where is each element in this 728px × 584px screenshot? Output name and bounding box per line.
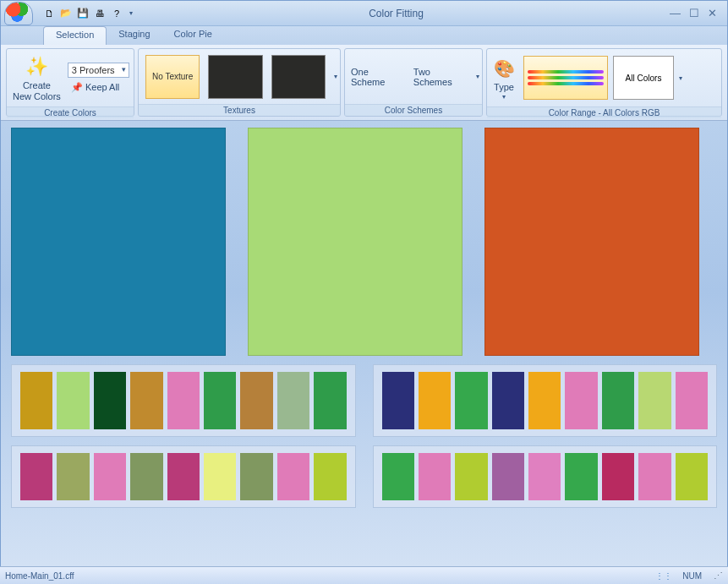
palette-swatch[interactable] xyxy=(419,453,451,500)
pin-icon: 📌 xyxy=(71,82,83,92)
palette-swatch[interactable] xyxy=(277,372,309,429)
palette-swatch[interactable] xyxy=(240,453,272,500)
resize-grip-icon[interactable]: ⋰ xyxy=(714,570,723,581)
texture-swatch-1[interactable] xyxy=(208,55,262,99)
open-icon[interactable]: 📂 xyxy=(58,6,74,21)
group-label-textures: Textures xyxy=(139,104,340,116)
keep-all-button[interactable]: 📌 Keep All xyxy=(68,81,129,94)
palette-swatch[interactable] xyxy=(492,372,524,429)
range-gradient-button[interactable] xyxy=(523,56,608,100)
main-color-swatch-1[interactable] xyxy=(11,128,226,356)
create-new-colors-button[interactable]: ✨ Create New Colors xyxy=(9,52,64,104)
palette-swatch[interactable] xyxy=(638,453,671,500)
palette-swatch[interactable] xyxy=(565,453,597,500)
palette-swatch[interactable] xyxy=(528,453,561,500)
palette-swatch[interactable] xyxy=(676,372,708,429)
no-texture-button[interactable]: No Texture xyxy=(145,55,200,99)
palette-swatch[interactable] xyxy=(20,372,52,429)
save-icon[interactable]: 💾 xyxy=(75,6,90,21)
palette-swatch[interactable] xyxy=(57,453,89,500)
close-icon[interactable]: ✕ xyxy=(708,7,717,19)
help-icon[interactable]: ? xyxy=(109,6,124,21)
range-more-icon[interactable]: ▾ xyxy=(679,74,682,82)
palette-swatch[interactable] xyxy=(382,453,414,500)
palette-icon: 🎨 xyxy=(494,55,515,82)
palette-swatch[interactable] xyxy=(240,372,272,429)
tab-selection[interactable]: Selection xyxy=(43,26,107,45)
palette-swatch[interactable] xyxy=(94,453,126,500)
palette-swatch[interactable] xyxy=(382,372,414,429)
proofers-dropdown[interactable]: 3 Proofers xyxy=(68,63,129,78)
palette-swatch[interactable] xyxy=(492,453,524,500)
palette-swatch[interactable] xyxy=(20,453,52,500)
app-logo[interactable] xyxy=(4,2,33,25)
palette-swatch[interactable] xyxy=(94,372,126,429)
palette-swatch[interactable] xyxy=(277,453,309,500)
texture-swatch-2[interactable] xyxy=(271,55,326,99)
window-title: Color Fitting xyxy=(133,8,660,19)
group-label-schemes: Color Schemes xyxy=(345,104,482,116)
palette-swatch[interactable] xyxy=(419,372,451,429)
palette-swatch[interactable] xyxy=(676,453,708,500)
two-schemes-button[interactable]: Two Schemes xyxy=(410,66,469,88)
palette-swatch[interactable] xyxy=(455,372,487,429)
minimize-icon[interactable]: — xyxy=(670,7,681,19)
palette-swatch[interactable] xyxy=(314,372,346,429)
palette-swatch[interactable] xyxy=(167,372,200,429)
palette-swatch[interactable] xyxy=(565,372,597,429)
palette-swatch[interactable] xyxy=(638,372,671,429)
maximize-icon[interactable]: ☐ xyxy=(689,7,699,19)
status-num: NUM xyxy=(682,571,702,581)
textures-more-icon[interactable]: ▾ xyxy=(334,73,337,80)
chevron-down-icon: ▾ xyxy=(502,93,506,101)
sparkle-icon: ✨ xyxy=(25,53,48,80)
tab-color-pie[interactable]: Color Pie xyxy=(162,26,224,45)
new-icon[interactable]: 🗋 xyxy=(41,6,57,21)
color-range-type-button[interactable]: 🎨 Type ▾ xyxy=(490,52,518,104)
group-label-range: Color Range - All Colors RGB xyxy=(487,106,721,118)
palette-swatch[interactable] xyxy=(130,372,162,429)
palette-swatch[interactable] xyxy=(57,372,89,429)
main-color-swatch-2[interactable] xyxy=(248,128,463,356)
palette-swatch[interactable] xyxy=(455,453,487,500)
group-label-create-colors: Create Colors xyxy=(7,106,134,118)
main-color-swatch-3[interactable] xyxy=(484,128,699,356)
tab-staging[interactable]: Staging xyxy=(107,26,161,45)
palette-swatch[interactable] xyxy=(204,453,236,500)
palette-swatch[interactable] xyxy=(130,453,162,500)
palette-swatch[interactable] xyxy=(602,453,634,500)
status-indicator-1: ⋮⋮ xyxy=(655,571,672,581)
status-filename: Home-Main_01.cff xyxy=(5,571,74,581)
palette-swatch[interactable] xyxy=(167,453,200,500)
schemes-more-icon[interactable]: ▾ xyxy=(476,73,479,80)
range-all-colors-button[interactable]: All Colors xyxy=(613,56,674,100)
palette-swatch[interactable] xyxy=(314,453,346,500)
palette-swatch[interactable] xyxy=(528,372,561,429)
one-scheme-button[interactable]: One Scheme xyxy=(348,66,403,88)
create-new-colors-label: Create New Colors xyxy=(13,80,61,102)
palette-swatch[interactable] xyxy=(204,372,236,429)
print-icon[interactable]: 🖶 xyxy=(92,6,107,21)
palette-swatch[interactable] xyxy=(602,372,634,429)
